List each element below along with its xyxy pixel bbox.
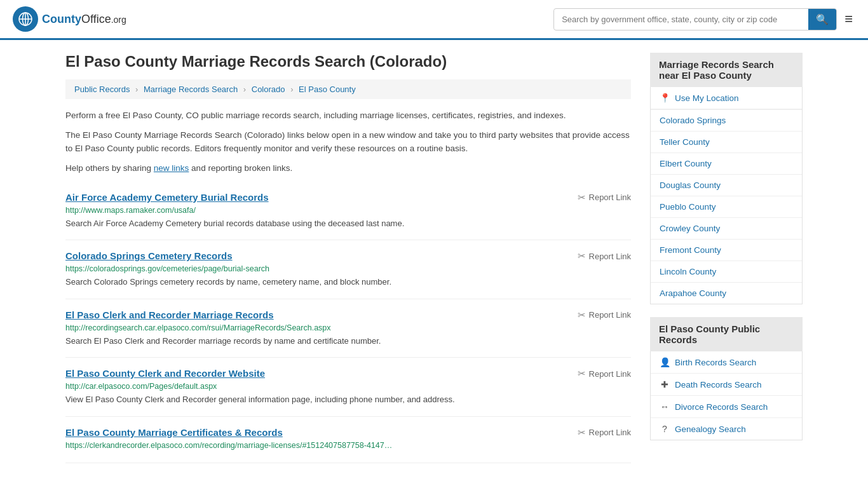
- sidebar-item-genealogy[interactable]: ? Genealogy Search: [651, 418, 802, 440]
- breadcrumb-public-records[interactable]: Public Records: [74, 85, 130, 94]
- nearby-link-8[interactable]: Arapahoe County: [651, 283, 802, 304]
- sidebar-item-colorado-springs[interactable]: Colorado Springs: [651, 110, 802, 132]
- result-header-1: Air Force Academy Cemetery Burial Record…: [65, 192, 631, 203]
- desc-2: The El Paso County Marriage Records Sear…: [65, 129, 631, 156]
- use-location-link[interactable]: 📍 Use My Location: [651, 87, 802, 109]
- result-url-5: https://clerkandrecorder.elpasoco.com/re…: [65, 441, 631, 450]
- report-link-1[interactable]: ✂ Report Link: [578, 192, 631, 203]
- result-title-3: El Paso Clerk and Recorder Marriage Reco…: [65, 309, 274, 320]
- sidebar-item-death[interactable]: ✚ Death Records Search: [651, 374, 802, 396]
- report-link-4[interactable]: ✂ Report Link: [578, 368, 631, 379]
- logo-area: CountyOffice.org: [13, 6, 126, 32]
- report-link-3[interactable]: ✂ Report Link: [578, 309, 631, 321]
- result-item-5: El Paso County Marriage Certificates & R…: [65, 417, 631, 463]
- result-url-2: https://coloradosprings.gov/cemeteries/p…: [65, 264, 631, 273]
- result-desc-3: Search El Paso Clerk and Recorder marria…: [65, 335, 631, 348]
- sidebar: Marriage Records Search near El Paso Cou…: [650, 53, 803, 463]
- genealogy-icon: ?: [660, 424, 670, 434]
- result-header-3: El Paso Clerk and Recorder Marriage Reco…: [65, 309, 631, 321]
- sidebar-item-elbert[interactable]: Elbert County: [651, 153, 802, 175]
- content-area: El Paso County Marriage Records Search (…: [65, 53, 631, 463]
- nearby-link-1[interactable]: Teller County: [651, 132, 802, 152]
- sidebar-item-pueblo[interactable]: Pueblo County: [651, 196, 802, 218]
- sidebar-item-fremont[interactable]: Fremont County: [651, 240, 802, 261]
- nearby-link-6[interactable]: Fremont County: [651, 240, 802, 261]
- result-item-2: Colorado Springs Cemetery Records ✂ Repo…: [65, 240, 631, 299]
- new-links-link[interactable]: new links: [154, 163, 189, 173]
- logo-icon: [13, 6, 38, 32]
- nearby-link-5[interactable]: Crowley County: [651, 218, 802, 239]
- result-link-1[interactable]: Air Force Academy Cemetery Burial Record…: [65, 192, 269, 203]
- result-link-2[interactable]: Colorado Springs Cemetery Records: [65, 250, 233, 261]
- sidebar-item-birth[interactable]: 👤 Birth Records Search: [651, 351, 802, 374]
- desc-3: Help others by sharing new links and rep…: [65, 162, 631, 175]
- report-icon-5: ✂: [578, 427, 586, 438]
- report-icon-1: ✂: [578, 192, 586, 203]
- breadcrumb-marriage-records[interactable]: Marriage Records Search: [144, 85, 238, 94]
- header: CountyOffice.org 🔍 ≡: [0, 0, 868, 40]
- main-container: El Paso County Marriage Records Search (…: [53, 40, 815, 476]
- sidebar-section-nearby: Marriage Records Search near El Paso Cou…: [650, 53, 803, 304]
- result-title-4: El Paso County Clerk and Recorder Websit…: [65, 368, 265, 379]
- breadcrumb: Public Records › Marriage Records Search…: [65, 79, 631, 99]
- result-link-4[interactable]: El Paso County Clerk and Recorder Websit…: [65, 368, 265, 379]
- nearby-link-2[interactable]: Elbert County: [651, 153, 802, 174]
- nearby-link-3[interactable]: Douglas County: [651, 175, 802, 196]
- logo-office: Office: [81, 13, 111, 25]
- sidebar-item-lincoln[interactable]: Lincoln County: [651, 261, 802, 283]
- sidebar-use-location[interactable]: 📍 Use My Location: [651, 87, 802, 110]
- report-icon-3: ✂: [578, 309, 586, 321]
- nearby-link-0[interactable]: Colorado Springs: [651, 110, 802, 131]
- sidebar-item-crowley[interactable]: Crowley County: [651, 218, 802, 240]
- report-icon-4: ✂: [578, 368, 586, 379]
- divorce-icon: ↔: [660, 402, 670, 412]
- result-header-4: El Paso County Clerk and Recorder Websit…: [65, 368, 631, 379]
- breadcrumb-colorado[interactable]: Colorado: [252, 85, 285, 94]
- report-link-2[interactable]: ✂ Report Link: [578, 250, 631, 262]
- result-title-5: El Paso County Marriage Certificates & R…: [65, 427, 283, 438]
- result-desc-1: Search Air Force Academy Cemetery burial…: [65, 217, 631, 230]
- result-desc-4: View El Paso County Clerk and Recorder g…: [65, 393, 631, 406]
- search-area: 🔍 ≡: [553, 8, 855, 30]
- nearby-link-4[interactable]: Pueblo County: [651, 196, 802, 217]
- page-title: El Paso County Marriage Records Search (…: [65, 53, 631, 71]
- divorce-records-link[interactable]: ↔ Divorce Records Search: [651, 396, 802, 417]
- sidebar-nearby-list: 📍 Use My Location Colorado Springs Telle…: [650, 87, 803, 304]
- sidebar-item-divorce[interactable]: ↔ Divorce Records Search: [651, 396, 802, 418]
- death-icon: ✚: [660, 379, 670, 390]
- sidebar-item-douglas[interactable]: Douglas County: [651, 175, 802, 196]
- sidebar-item-arapahoe[interactable]: Arapahoe County: [651, 283, 802, 304]
- logo-ext: .org: [111, 15, 126, 25]
- result-link-3[interactable]: El Paso Clerk and Recorder Marriage Reco…: [65, 309, 274, 320]
- result-url-1: http://www.maps.ramaker.com/usafa/: [65, 206, 631, 215]
- result-item: Air Force Academy Cemetery Burial Record…: [65, 182, 631, 241]
- search-button[interactable]: 🔍: [808, 9, 836, 30]
- menu-button[interactable]: ≡: [842, 8, 855, 30]
- logo-county: County: [42, 13, 81, 25]
- search-icon: 🔍: [816, 14, 829, 25]
- genealogy-link[interactable]: ? Genealogy Search: [651, 418, 802, 440]
- breadcrumb-el-paso[interactable]: El Paso County: [299, 85, 356, 94]
- result-url-4: http://car.elpasoco.com/Pages/default.as…: [65, 382, 631, 391]
- death-records-link[interactable]: ✚ Death Records Search: [651, 374, 802, 395]
- result-item-4: El Paso County Clerk and Recorder Websit…: [65, 358, 631, 417]
- result-link-5[interactable]: El Paso County Marriage Certificates & R…: [65, 427, 283, 438]
- search-input[interactable]: [554, 10, 808, 29]
- sidebar-header-nearby: Marriage Records Search near El Paso Cou…: [650, 53, 803, 87]
- result-header-2: Colorado Springs Cemetery Records ✂ Repo…: [65, 250, 631, 262]
- search-box: 🔍: [553, 8, 837, 30]
- report-link-5[interactable]: ✂ Report Link: [578, 427, 631, 438]
- description: Perform a free El Paso County, CO public…: [65, 109, 631, 175]
- birth-icon: 👤: [660, 357, 670, 367]
- nearby-link-7[interactable]: Lincoln County: [651, 261, 802, 282]
- result-desc-2: Search Colorado Springs cemetery records…: [65, 276, 631, 288]
- menu-icon: ≡: [844, 11, 853, 27]
- sidebar-header-public-records: El Paso County Public Records: [650, 317, 803, 351]
- result-title-2: Colorado Springs Cemetery Records: [65, 250, 233, 261]
- report-icon-2: ✂: [578, 250, 586, 262]
- location-icon: 📍: [660, 93, 670, 103]
- sidebar-item-teller[interactable]: Teller County: [651, 132, 802, 153]
- birth-records-link[interactable]: 👤 Birth Records Search: [651, 351, 802, 373]
- result-header-5: El Paso County Marriage Certificates & R…: [65, 427, 631, 438]
- result-title-1: Air Force Academy Cemetery Burial Record…: [65, 192, 269, 203]
